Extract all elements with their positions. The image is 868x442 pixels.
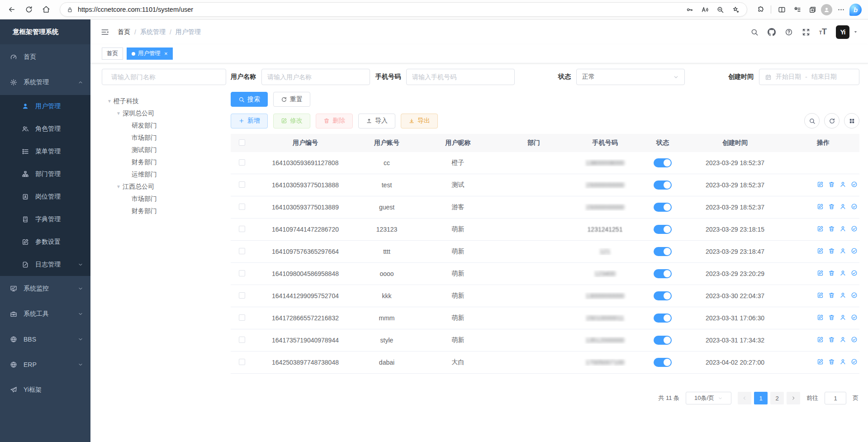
trash-icon[interactable] xyxy=(828,247,835,254)
add-button[interactable]: 新增 xyxy=(231,114,268,128)
edit-square-icon[interactable] xyxy=(817,247,824,254)
trash-icon[interactable] xyxy=(828,270,835,276)
page-size-select[interactable]: 10条/页 xyxy=(686,392,731,404)
delete-button[interactable]: 删除 xyxy=(316,114,353,128)
import-button[interactable]: 导入 xyxy=(358,114,395,128)
sidebar-item-user[interactable]: 用户管理 xyxy=(0,95,90,118)
edit-square-icon[interactable] xyxy=(817,358,824,365)
row-checkbox[interactable] xyxy=(239,181,245,188)
tree-node[interactable]: 财务部门 xyxy=(102,156,226,168)
prev-page-button[interactable] xyxy=(738,392,751,404)
date-range-picker[interactable]: 开始日期 - 结束日期 xyxy=(759,69,859,85)
status-toggle[interactable] xyxy=(654,291,672,300)
row-checkbox[interactable] xyxy=(239,359,245,365)
check-circle-icon[interactable] xyxy=(851,358,858,365)
user-name-input[interactable] xyxy=(267,73,364,81)
row-checkbox[interactable] xyxy=(239,248,245,254)
trash-icon[interactable] xyxy=(828,292,835,299)
row-checkbox[interactable] xyxy=(239,226,245,232)
tree-node[interactable]: 财务部门 xyxy=(102,205,226,217)
back-icon[interactable] xyxy=(5,2,19,17)
sidebar-item-bbs[interactable]: BBS xyxy=(0,327,90,352)
refresh-icon[interactable] xyxy=(22,2,36,17)
person-icon[interactable] xyxy=(840,270,846,276)
tree-node[interactable]: ▼深圳总公司 xyxy=(102,107,226,119)
refresh-tool-button[interactable] xyxy=(824,113,840,128)
trash-icon[interactable] xyxy=(828,203,835,210)
row-checkbox[interactable] xyxy=(239,159,245,166)
caret-down-icon[interactable]: ▼ xyxy=(114,184,123,189)
tab-用户管理[interactable]: 用户管理× xyxy=(127,48,173,60)
status-select[interactable]: 正常 xyxy=(576,69,685,85)
sidebar-item-yi[interactable]: Yi框架 xyxy=(0,377,90,403)
phone-input[interactable] xyxy=(412,73,509,81)
edit-square-icon[interactable] xyxy=(817,225,824,232)
dept-search-input[interactable] xyxy=(111,73,220,81)
person-icon[interactable] xyxy=(840,336,846,343)
home-icon[interactable] xyxy=(39,2,53,17)
check-circle-icon[interactable] xyxy=(851,336,858,343)
row-checkbox[interactable] xyxy=(239,337,245,343)
trash-icon[interactable] xyxy=(828,336,835,343)
more-icon[interactable] xyxy=(834,3,848,16)
tab-首页[interactable]: 首页 xyxy=(102,48,123,60)
sidebar-item-erp[interactable]: ERP xyxy=(0,352,90,377)
tree-node[interactable]: 运维部门 xyxy=(102,168,226,181)
extensions-icon[interactable] xyxy=(754,3,767,16)
trash-icon[interactable] xyxy=(828,181,835,188)
status-toggle[interactable] xyxy=(654,203,672,212)
sidebar-item-dict[interactable]: 字典管理 xyxy=(0,208,90,231)
person-icon[interactable] xyxy=(840,247,846,254)
zoom-out-icon[interactable] xyxy=(713,3,727,16)
tree-node[interactable]: 测试部门 xyxy=(102,144,226,156)
status-toggle[interactable] xyxy=(654,336,672,345)
row-checkbox[interactable] xyxy=(239,270,245,276)
trash-icon[interactable] xyxy=(828,358,835,365)
row-checkbox[interactable] xyxy=(239,204,245,210)
status-toggle[interactable] xyxy=(654,247,672,256)
sidebar-item-menu[interactable]: 菜单管理 xyxy=(0,140,90,163)
page-button-1[interactable]: 1 xyxy=(754,392,768,404)
breadcrumb-item[interactable]: 首页 xyxy=(118,28,130,36)
export-button[interactable]: 导出 xyxy=(401,114,438,128)
sidebar-item-post[interactable]: 岗位管理 xyxy=(0,185,90,208)
sidebar-item-param[interactable]: 参数设置 xyxy=(0,231,90,253)
github-icon[interactable] xyxy=(768,28,776,36)
search-tool-button[interactable] xyxy=(804,113,820,128)
check-circle-icon[interactable] xyxy=(851,314,858,321)
tree-node[interactable]: ▼橙子科技 xyxy=(102,95,226,107)
check-circle-icon[interactable] xyxy=(851,225,858,232)
status-toggle[interactable] xyxy=(654,358,672,367)
check-circle-icon[interactable] xyxy=(851,292,858,299)
url-text[interactable]: https://ccnetcore.com:1101/system/user xyxy=(78,6,678,13)
star-plus-icon[interactable] xyxy=(729,3,742,16)
edit-button[interactable]: 修改 xyxy=(273,114,310,128)
edit-square-icon[interactable] xyxy=(817,314,824,321)
user-avatar[interactable]: Yi xyxy=(836,25,849,39)
breadcrumb-item[interactable]: 系统管理 xyxy=(140,28,166,36)
caret-down-icon[interactable] xyxy=(853,29,858,34)
font-size-icon[interactable]: TT xyxy=(819,27,827,37)
sidebar-item-role[interactable]: 角色管理 xyxy=(0,118,90,140)
search-icon[interactable] xyxy=(750,28,759,36)
select-all-checkbox[interactable] xyxy=(239,139,245,146)
check-circle-icon[interactable] xyxy=(851,203,858,210)
goto-page-input[interactable] xyxy=(825,392,846,404)
favorites-icon[interactable] xyxy=(790,3,804,16)
search-button[interactable]: 搜索 xyxy=(231,92,268,107)
edit-square-icon[interactable] xyxy=(817,203,824,210)
tree-node[interactable]: ▼江西总公司 xyxy=(102,181,226,193)
check-circle-icon[interactable] xyxy=(851,181,858,188)
split-screen-icon[interactable] xyxy=(775,3,788,16)
edit-square-icon[interactable] xyxy=(817,336,824,343)
caret-down-icon[interactable]: ▼ xyxy=(105,99,114,104)
row-checkbox[interactable] xyxy=(239,292,245,299)
tree-node[interactable]: 市场部门 xyxy=(102,193,226,205)
trash-icon[interactable] xyxy=(828,225,835,232)
hamburger-icon[interactable] xyxy=(100,28,109,37)
status-toggle[interactable] xyxy=(654,314,672,323)
status-toggle[interactable] xyxy=(654,158,672,167)
bing-chat-icon[interactable]: b xyxy=(849,4,862,16)
edit-square-icon[interactable] xyxy=(817,292,824,299)
tree-node[interactable]: 市场部门 xyxy=(102,132,226,144)
